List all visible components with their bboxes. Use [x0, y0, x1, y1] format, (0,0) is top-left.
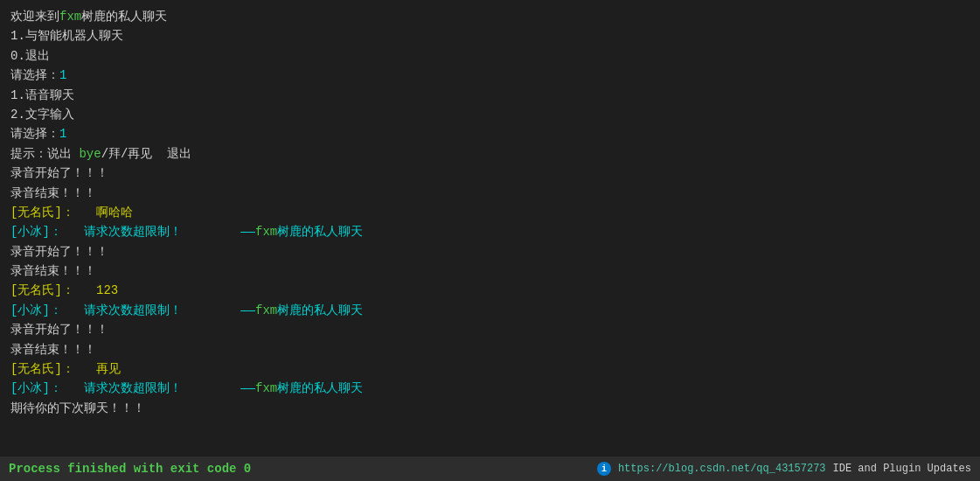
ide-info[interactable]: i https://blog.csdn.net/qq_43157273 IDE … — [597, 462, 971, 476]
process-finished-text: Process finished with exit code 0 — [9, 462, 251, 476]
terminal-line: 提示：说出 bye/拜/再见 退出 — [10, 144, 970, 164]
terminal-line: 录音开始了！！！ — [10, 164, 970, 183]
terminal-line: 请选择：1 — [10, 66, 970, 85]
terminal-line: [无名氏]： 123 — [10, 281, 970, 300]
terminal-line: 请选择：1 — [10, 124, 970, 143]
terminal-line: 期待你的下次聊天！！！ — [10, 399, 970, 418]
terminal-line: 欢迎来到fxm树鹿的私人聊天 — [10, 7, 970, 26]
terminal-line: [无名氏]： 啊哈哈 — [10, 203, 970, 222]
terminal-line: 2.文字输入 — [10, 105, 970, 124]
terminal-line: 0.退出 — [10, 46, 970, 66]
terminal-line: 录音开始了！！！ — [10, 320, 970, 339]
ide-update-text: IDE and Plugin Updates — [833, 463, 971, 475]
bottom-bar: Process finished with exit code 0 i http… — [0, 457, 980, 481]
ide-info-icon: i — [597, 462, 611, 476]
terminal-line: [小冰]： 请求次数超限制！ ——fxm树鹿的私人聊天 — [10, 379, 970, 398]
terminal-line: 录音开始了！！！ — [10, 242, 970, 261]
terminal-output: 欢迎来到fxm树鹿的私人聊天1.与智能机器人聊天0.退出请选择：11.语音聊天2… — [10, 7, 970, 474]
terminal-line: 录音结束！！！ — [10, 340, 970, 359]
terminal-line: [无名氏]： 再见 — [10, 359, 970, 379]
terminal-line: 1.语音聊天 — [10, 86, 970, 105]
terminal-window: 欢迎来到fxm树鹿的私人聊天1.与智能机器人聊天0.退出请选择：11.语音聊天2… — [0, 0, 980, 481]
terminal-line: [小冰]： 请求次数超限制！ ——fxm树鹿的私人聊天 — [10, 222, 970, 241]
terminal-line: [小冰]： 请求次数超限制！ ——fxm树鹿的私人聊天 — [10, 301, 970, 320]
terminal-line: 录音结束！！！ — [10, 261, 970, 281]
terminal-line: 1.与智能机器人聊天 — [10, 26, 970, 45]
ide-link[interactable]: https://blog.csdn.net/qq_43157273 — [618, 463, 826, 475]
terminal-line: 录音结束！！！ — [10, 184, 970, 203]
